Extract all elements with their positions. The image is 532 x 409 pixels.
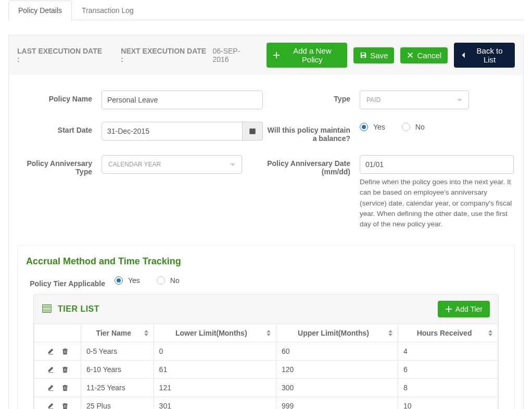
tier-lower-cell: 0 — [154, 342, 276, 361]
tier-name-cell: 11-25 Years — [81, 379, 154, 397]
start-date-label: Start Date — [18, 122, 102, 143]
add-policy-button[interactable]: Add a New Policy — [267, 43, 347, 68]
svg-rect-3 — [254, 131, 255, 132]
tier-name-cell: 6-10 Years — [81, 361, 154, 379]
anniversary-helper-text: Define when the policy goes into the nex… — [360, 177, 514, 229]
cancel-label: Cancel — [417, 51, 441, 60]
edit-icon[interactable] — [47, 402, 54, 409]
tier-no-label: No — [170, 276, 180, 285]
accrual-title: Accrual Method and Time Tracking — [18, 254, 514, 275]
svg-rect-1 — [251, 131, 252, 132]
sort-icon — [267, 330, 271, 336]
header-bar: LAST EXECUTION DATE : NEXT EXECUTION DAT… — [9, 35, 523, 75]
tier-upper-cell: 60 — [276, 342, 398, 361]
tab-transaction-log[interactable]: Transaction Log — [72, 1, 144, 20]
tab-policy-details[interactable]: Policy Details — [8, 1, 72, 20]
anniversary-date-label: Policy Anniversary Date (mm/dd) — [266, 155, 360, 229]
calendar-picker-button[interactable] — [243, 122, 263, 140]
balance-label: Will this policy maintain a balance? — [266, 122, 360, 143]
anniversary-type-label: Policy Anniversary Type — [18, 155, 102, 229]
tier-hours-cell: 6 — [398, 361, 498, 379]
plus-icon — [273, 52, 280, 59]
trash-icon[interactable] — [61, 366, 69, 373]
add-tier-button[interactable]: Add Tier — [438, 301, 490, 317]
tier-name-cell: 25 Plus — [81, 397, 154, 409]
svg-rect-4 — [42, 305, 52, 312]
table-row: 6-10 Years611206 — [34, 361, 498, 379]
save-icon — [360, 52, 367, 59]
tier-applicable-yes-radio[interactable]: Yes — [115, 276, 140, 285]
trash-icon[interactable] — [61, 384, 69, 391]
anniversary-type-value: CALENDAR YEAR — [108, 161, 161, 168]
trash-icon[interactable] — [61, 348, 69, 355]
sort-icon — [388, 330, 392, 336]
start-date-input[interactable] — [102, 122, 243, 140]
edit-icon[interactable] — [47, 384, 54, 391]
tier-list-title: TIER LIST — [58, 304, 99, 314]
tier-upper-cell: 999 — [276, 397, 398, 409]
chevron-down-icon — [457, 99, 462, 101]
tier-hours-cell: 4 — [398, 342, 498, 361]
calendar-icon — [249, 127, 256, 135]
back-label: Back to List — [471, 46, 509, 64]
tier-col-lower[interactable]: Lower Limit(Months) — [154, 324, 276, 342]
tier-col-hours[interactable]: Hours Received — [398, 324, 498, 342]
balance-yes-label: Yes — [373, 123, 385, 131]
cancel-button[interactable]: Cancel — [400, 47, 448, 63]
sort-icon — [488, 330, 492, 336]
accrual-section: Accrual Method and Time Tracking Policy … — [17, 245, 515, 409]
anniversary-date-input[interactable] — [360, 155, 514, 174]
anniversary-type-select[interactable]: CALENDAR YEAR — [102, 155, 242, 174]
add-policy-label: Add a New Policy — [283, 46, 341, 64]
tier-upper-cell: 300 — [276, 379, 398, 397]
form-area: Policy Name Type PAID — [9, 75, 523, 240]
tier-lower-cell: 301 — [154, 397, 276, 409]
tier-hours-cell: 10 — [398, 397, 498, 409]
save-label: Save — [370, 51, 388, 60]
tier-col-actions — [34, 324, 81, 342]
table-row: 25 Plus30199910 — [34, 397, 498, 409]
sort-icon — [144, 330, 148, 336]
next-execution-value: 06-SEP-2016 — [212, 47, 254, 63]
table-row: 0-5 Years0604 — [34, 342, 498, 361]
cancel-icon — [407, 52, 414, 59]
type-label: Type — [266, 91, 360, 109]
plus-icon — [445, 305, 452, 313]
tier-list-panel: TIER LIST Add Tier — [33, 294, 499, 409]
add-tier-label: Add Tier — [455, 305, 483, 313]
edit-icon[interactable] — [47, 348, 54, 355]
edit-icon[interactable] — [47, 366, 54, 373]
arrow-left-icon — [460, 52, 467, 59]
tier-col-name[interactable]: Tier Name — [81, 324, 154, 342]
balance-no-radio[interactable]: No — [402, 123, 425, 131]
back-to-list-button[interactable]: Back to List — [454, 43, 515, 68]
table-row: 11-25 Years1213008 — [34, 379, 498, 397]
tier-lower-cell: 61 — [154, 361, 276, 379]
tier-applicable-no-radio[interactable]: No — [157, 276, 180, 285]
policy-name-label: Policy Name — [18, 91, 102, 109]
balance-no-label: No — [415, 123, 425, 131]
tier-col-upper[interactable]: Upper Limit(Months) — [276, 324, 398, 342]
tier-hours-cell: 8 — [398, 379, 498, 397]
svg-rect-2 — [252, 131, 253, 132]
balance-yes-radio[interactable]: Yes — [360, 123, 385, 131]
tier-table: Tier Name Lower Limit(Months) — [34, 324, 498, 409]
type-select-value: PAID — [366, 96, 381, 104]
next-execution-label: NEXT EXECUTION DATE : — [121, 47, 206, 63]
tier-lower-cell: 121 — [154, 379, 276, 397]
tier-yes-label: Yes — [128, 276, 140, 285]
tier-name-cell: 0-5 Years — [81, 342, 154, 361]
last-execution-label: LAST EXECUTION DATE : — [17, 47, 102, 63]
chevron-down-icon — [230, 163, 235, 166]
content-box: LAST EXECUTION DATE : NEXT EXECUTION DAT… — [8, 35, 524, 409]
type-select[interactable]: PAID — [360, 91, 469, 109]
list-icon — [42, 304, 52, 314]
tier-upper-cell: 120 — [276, 361, 398, 379]
tabs: Policy Details Transaction Log — [8, 0, 524, 20]
save-button[interactable]: Save — [353, 47, 394, 63]
policy-name-input[interactable] — [102, 91, 263, 109]
tier-applicable-label: Policy Tier Applicable — [26, 275, 115, 288]
trash-icon[interactable] — [61, 402, 69, 409]
